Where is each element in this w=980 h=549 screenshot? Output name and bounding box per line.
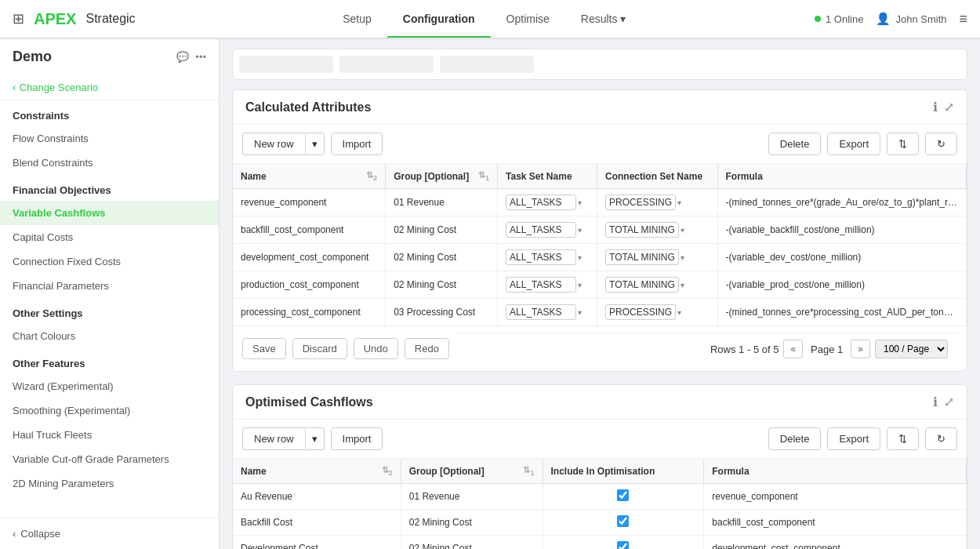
opt-th-formula: Formula — [704, 459, 967, 484]
opt-sort-group-icon[interactable]: ⇅1 — [523, 465, 534, 477]
calc-formula-cell: -(mined_tonnes_ore*processing_cost_AUD_p… — [717, 299, 967, 326]
calc-connset-cell[interactable]: TOTAL MINING ▾ — [597, 216, 717, 244]
calc-rows-info: Rows 1 - 5 of 5 — [710, 344, 779, 355]
include-checkbox[interactable] — [617, 515, 629, 527]
sidebar-item-2d-mining[interactable]: 2D Mining Parameters — [0, 471, 219, 496]
taskset-select[interactable]: ALL_TASKS — [506, 195, 576, 210]
opt-include-cell[interactable] — [543, 536, 704, 549]
nav-right: 1 Online 👤 John Smith ≡ — [815, 11, 967, 27]
optimised-cashflows-card: Optimised Cashflows ℹ ⤢ New row ▾ Import… — [232, 384, 967, 549]
import-button[interactable]: Import — [331, 133, 383, 155]
connset-arrow-icon: ▾ — [681, 281, 684, 289]
refresh-button[interactable]: ↻ — [925, 133, 957, 155]
sidebar-footer: ‹ Collapse — [0, 518, 219, 549]
calc-undo-button[interactable]: Undo — [354, 338, 398, 359]
nav-links: Setup Configuration Optimise Results ▾ — [161, 2, 808, 36]
calc-taskset-cell[interactable]: ALL_TASKS ▾ — [498, 216, 597, 244]
calc-connset-cell[interactable]: TOTAL MINING ▾ — [597, 271, 717, 299]
collapse-arrow-icon: ‹ — [13, 528, 16, 540]
calc-taskset-cell[interactable]: ALL_TASKS ▾ — [498, 189, 597, 216]
opt-include-cell[interactable] — [543, 510, 704, 536]
expand-icon[interactable]: ⤢ — [944, 100, 954, 115]
opt-new-row-dropdown-button[interactable]: ▾ — [305, 427, 325, 450]
sidebar-item-capital-costs[interactable]: Capital Costs — [0, 225, 219, 249]
nav-configuration[interactable]: Configuration — [387, 2, 491, 38]
sidebar-item-smoothing[interactable]: Smoothing (Experimental) — [0, 398, 219, 423]
opt-import-button[interactable]: Import — [331, 427, 383, 450]
sidebar: Demo 💬 ••• ‹ Change Scenario Constraints… — [0, 39, 220, 549]
hamburger-icon[interactable]: ≡ — [959, 11, 967, 27]
new-row-button[interactable]: New row — [242, 133, 305, 155]
opt-sort-button[interactable]: ⇅ — [887, 427, 919, 450]
taskset-arrow-icon: ▾ — [578, 226, 582, 235]
delete-button[interactable]: Delete — [768, 133, 822, 155]
online-badge: 1 Online — [815, 13, 863, 25]
sidebar-item-variable-cutoff[interactable]: Variable Cut-off Grade Parameters — [0, 447, 219, 471]
calc-discard-button[interactable]: Discard — [292, 338, 347, 359]
sort-button[interactable]: ⇅ — [887, 133, 919, 155]
grid-icon[interactable]: ⊞ — [13, 10, 24, 27]
opt-export-button[interactable]: Export — [827, 427, 880, 450]
opt-formula-cell: development_cost_component — [704, 536, 967, 549]
opt-sort-name-icon[interactable]: ⇅2 — [382, 465, 393, 477]
change-scenario-button[interactable]: ‹ Change Scenario — [0, 75, 219, 100]
calc-per-page-select[interactable]: 100 / Page — [875, 340, 948, 358]
calc-connset-cell[interactable]: PROCESSING ▾ — [597, 299, 717, 326]
opt-new-row-button[interactable]: New row — [242, 427, 305, 450]
connset-select[interactable]: PROCESSING — [605, 195, 676, 210]
taskset-select[interactable]: ALL_TASKS — [506, 249, 576, 265]
sort-group-icon[interactable]: ⇅1 — [478, 170, 489, 182]
sidebar-item-financial-parameters[interactable]: Financial Parameters — [0, 274, 219, 298]
calc-redo-button[interactable]: Redo — [405, 338, 449, 359]
connset-select[interactable]: PROCESSING — [605, 304, 676, 320]
opt-include-cell[interactable] — [543, 484, 704, 510]
taskset-arrow-icon: ▾ — [578, 198, 582, 207]
calc-taskset-cell[interactable]: ALL_TASKS ▾ — [498, 271, 597, 299]
sidebar-item-variable-cashflows[interactable]: Variable Cashflows — [0, 201, 219, 225]
opt-expand-icon[interactable]: ⤢ — [944, 394, 954, 409]
sidebar-item-blend-constraints[interactable]: Blend Constraints — [0, 151, 219, 175]
info-icon[interactable]: ℹ — [933, 100, 938, 115]
connset-select[interactable]: TOTAL MINING — [605, 222, 679, 238]
sidebar-item-haul-truck[interactable]: Haul Truck Fleets — [0, 423, 219, 447]
nav-results[interactable]: Results ▾ — [565, 2, 642, 38]
taskset-select[interactable]: ALL_TASKS — [506, 277, 576, 293]
taskset-select[interactable]: ALL_TASKS — [506, 304, 576, 320]
calc-connset-cell[interactable]: TOTAL MINING ▾ — [597, 244, 717, 271]
chat-icon[interactable]: 💬 — [176, 51, 189, 63]
calc-name-cell: revenue_component — [233, 189, 386, 216]
calc-next-page-button[interactable]: » — [851, 340, 870, 358]
calc-connset-cell[interactable]: PROCESSING ▾ — [597, 189, 717, 216]
new-row-split-button: New row ▾ — [242, 133, 325, 155]
table-row: revenue_component 01 Revenue ALL_TASKS ▾… — [233, 189, 967, 216]
new-row-dropdown-button[interactable]: ▾ — [305, 133, 325, 155]
include-checkbox[interactable] — [617, 489, 629, 501]
th-group: Group [Optional] ⇅1 — [386, 164, 498, 189]
opt-refresh-button[interactable]: ↻ — [925, 427, 957, 450]
opt-delete-button[interactable]: Delete — [768, 427, 822, 450]
opt-info-icon[interactable]: ℹ — [933, 394, 938, 409]
calc-save-button[interactable]: Save — [242, 338, 286, 359]
more-icon[interactable]: ••• — [195, 51, 206, 63]
include-checkbox[interactable] — [617, 541, 629, 549]
connset-select[interactable]: TOTAL MINING — [605, 277, 679, 293]
sidebar-item-flow-constraints[interactable]: Flow Constraints — [0, 126, 219, 151]
sidebar-top-icons: 💬 ••• — [176, 51, 206, 63]
calc-first-page-button[interactable]: « — [783, 340, 803, 358]
sort-name-icon[interactable]: ⇅2 — [366, 170, 377, 182]
sidebar-item-wizard[interactable]: Wizard (Experimental) — [0, 374, 219, 398]
sidebar-item-chart-colours[interactable]: Chart Colours — [0, 324, 219, 348]
calc-taskset-cell[interactable]: ALL_TASKS ▾ — [498, 244, 597, 271]
calc-attrs-toolbar: New row ▾ Import Delete Export ⇅ ↻ — [233, 125, 967, 164]
calc-attrs-tbody: revenue_component 01 Revenue ALL_TASKS ▾… — [233, 189, 967, 326]
calc-taskset-cell[interactable]: ALL_TASKS ▾ — [498, 299, 597, 326]
connset-select[interactable]: TOTAL MINING — [605, 249, 679, 265]
user-name: John Smith — [895, 13, 946, 25]
calc-name-cell: production_cost_component — [233, 271, 386, 299]
sidebar-item-connection-fixed-costs[interactable]: Connection Fixed Costs — [0, 249, 219, 274]
nav-optimise[interactable]: Optimise — [491, 2, 565, 38]
export-button[interactable]: Export — [827, 133, 880, 155]
collapse-button[interactable]: ‹ Collapse — [13, 528, 206, 540]
nav-setup[interactable]: Setup — [327, 2, 387, 38]
taskset-select[interactable]: ALL_TASKS — [506, 222, 576, 238]
